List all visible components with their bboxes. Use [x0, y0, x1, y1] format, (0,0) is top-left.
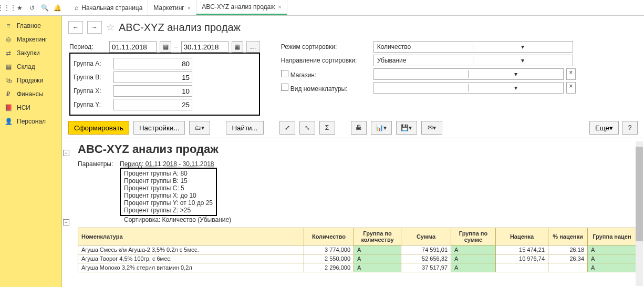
find-button[interactable]: Найти...	[226, 121, 263, 135]
bag-icon: 🛍	[4, 77, 13, 84]
cell-margin-pct	[548, 263, 588, 272]
tab-marketing[interactable]: Маркетинг ×	[148, 0, 196, 15]
nomtype-checkbox[interactable]	[281, 84, 288, 91]
run-button[interactable]: Сформировать	[68, 121, 129, 135]
chevron-down-icon[interactable]: ▾	[473, 57, 573, 64]
tab-abcxyz-label: ABC-XYZ анализ продаж	[202, 3, 275, 11]
clear-icon[interactable]: ×	[566, 68, 576, 80]
collapse-all-button[interactable]: ⤡	[299, 121, 315, 135]
sidebar-item-finance[interactable]: ₽Финансы	[0, 87, 61, 101]
sidebar-item-marketing[interactable]: ◎Маркетинг	[0, 33, 61, 46]
param-line: Процент группы A: 80	[124, 170, 213, 177]
cell-sum: 37 517,97	[401, 263, 451, 272]
group-a-input[interactable]	[113, 58, 192, 69]
calendar-icon[interactable]: ▦	[232, 41, 243, 53]
sidebar-item-nsi[interactable]: 📕НСИ	[0, 101, 61, 115]
col-grp-qty: Группа по количеству	[354, 228, 401, 245]
calendar-icon[interactable]: ▦	[160, 41, 171, 53]
close-icon[interactable]: ×	[188, 5, 191, 11]
group-b-input[interactable]	[113, 71, 192, 83]
more-button[interactable]: Еще ▾	[589, 121, 619, 135]
cell-name: Агуша Смесь к/м Агуша-2 3,5% 0.2л с 5мес…	[78, 245, 304, 254]
sidebar-item-label: Маркетинг	[17, 36, 47, 43]
menu-icon: ≡	[4, 22, 13, 29]
cell-grp-margin: A	[588, 245, 637, 254]
col-qty: Количество	[304, 228, 354, 245]
param-line: Процент группы Z: >25	[124, 207, 213, 214]
col-grp-margin: Группа нацен	[588, 228, 637, 245]
forward-button[interactable]: →	[87, 21, 102, 34]
chart-button[interactable]: 📊▾	[371, 121, 392, 135]
save-button[interactable]: 💾▾	[396, 121, 417, 135]
period-sep: –	[174, 43, 178, 50]
shop-checkbox[interactable]	[281, 70, 288, 77]
param-line: Процент группы B: 15	[124, 177, 213, 184]
sort-dir-select[interactable]: Убывание▾	[373, 55, 573, 66]
tab-abcxyz[interactable]: ABC-XYZ анализ продаж ×	[196, 0, 287, 15]
bell-icon[interactable]: 🔔	[53, 3, 62, 13]
tab-home[interactable]: ⌂ Начальная страница	[69, 0, 148, 15]
sort-mode-select[interactable]: Количество▾	[373, 41, 573, 53]
ruble-icon: ₽	[4, 90, 13, 98]
apps-icon[interactable]: ⋮⋮⋮	[2, 3, 12, 13]
exchange-icon: ⇄	[4, 49, 13, 57]
sidebar-item-personnel[interactable]: 👤Персонал	[0, 115, 61, 128]
variants-button[interactable]: 🗂▾	[189, 121, 210, 135]
chevron-down-icon[interactable]: ▾	[468, 84, 563, 91]
sidebar-item-main[interactable]: ≡Главное	[0, 19, 61, 33]
table-row[interactable]: Агуша Творог 4,5% 100гр. с 6мес.2 550,00…	[78, 254, 637, 263]
home-icon: ⌂	[75, 4, 78, 12]
group-x-input[interactable]	[113, 85, 192, 97]
close-icon[interactable]: ×	[278, 4, 281, 10]
sidebar: ≡Главное ◎Маркетинг ⇄Закупки ▦Склад 🛍Про…	[0, 16, 62, 287]
chevron-down-icon[interactable]: ▾	[468, 70, 563, 78]
nomtype-select[interactable]: ▾	[373, 82, 564, 94]
cell-name: Агуша Молоко 3,2% стерил витамин 0,2л	[78, 263, 304, 272]
sidebar-item-label: НСИ	[17, 104, 30, 111]
email-button[interactable]: ✉▾	[421, 121, 442, 135]
print-button[interactable]: 🖶	[351, 121, 367, 135]
shop-select[interactable]: ▾	[373, 68, 564, 80]
scroll-thumb[interactable]	[636, 147, 643, 241]
collapse-toggle[interactable]: −	[63, 219, 69, 226]
chevron-down-icon[interactable]: ▾	[473, 43, 573, 50]
sidebar-item-label: Закупки	[17, 49, 40, 57]
sort-dir-value: Убывание	[374, 57, 473, 64]
help-button[interactable]: ?	[622, 121, 638, 135]
sort-dir-label: Направление сортировки:	[281, 57, 370, 64]
table-row[interactable]: Агуша Смесь к/м Агуша-2 3,5% 0.2л с 5мес…	[78, 245, 637, 254]
favorite-icon[interactable]: ☆	[106, 22, 115, 33]
cell-grp-margin: A	[588, 263, 637, 272]
cell-margin-pct: 26,18	[548, 245, 588, 254]
star-icon[interactable]: ★	[15, 3, 24, 13]
vertical-scrollbar[interactable]	[636, 141, 643, 286]
period-from-input[interactable]	[109, 41, 157, 53]
sidebar-item-warehouse[interactable]: ▦Склад	[0, 60, 61, 74]
sum-button[interactable]: Σ	[319, 121, 335, 135]
search-icon[interactable]: 🔍	[40, 3, 49, 13]
param-line: Процент группы X: до 10	[124, 192, 213, 199]
sidebar-item-label: Финансы	[17, 90, 43, 98]
clear-icon[interactable]: ×	[566, 82, 576, 94]
sidebar-item-label: Продажи	[17, 77, 43, 84]
cell-grp-qty: A	[354, 254, 401, 263]
back-button[interactable]: ←	[68, 21, 83, 34]
group-y-label: Группа Y:	[74, 101, 110, 108]
sidebar-item-sales[interactable]: 🛍Продажи	[0, 74, 61, 87]
book-icon: 📕	[4, 104, 13, 111]
expand-all-button[interactable]: ⤢	[279, 121, 295, 135]
collapse-toggle[interactable]: −	[63, 150, 69, 156]
param-line: Процент группы C: 5	[124, 184, 213, 192]
period-choose-button[interactable]: …	[246, 41, 260, 53]
group-y-input[interactable]	[113, 99, 192, 110]
period-to-input[interactable]	[181, 41, 228, 53]
col-margin: Наценка	[496, 228, 548, 245]
table-row[interactable]: Агуша Молоко 3,2% стерил витамин 0,2л2 2…	[78, 263, 637, 272]
history-icon[interactable]: ↺	[27, 3, 37, 13]
settings-button[interactable]: Настройки...	[133, 121, 185, 135]
report-title: ABC-XYZ анализ продаж	[78, 142, 638, 156]
sort-mode-value: Количество	[374, 43, 473, 50]
cell-grp-sum: A	[451, 263, 496, 272]
sidebar-item-purchases[interactable]: ⇄Закупки	[0, 46, 61, 60]
cell-name: Агуша Творог 4,5% 100гр. с 6мес.	[78, 254, 304, 263]
